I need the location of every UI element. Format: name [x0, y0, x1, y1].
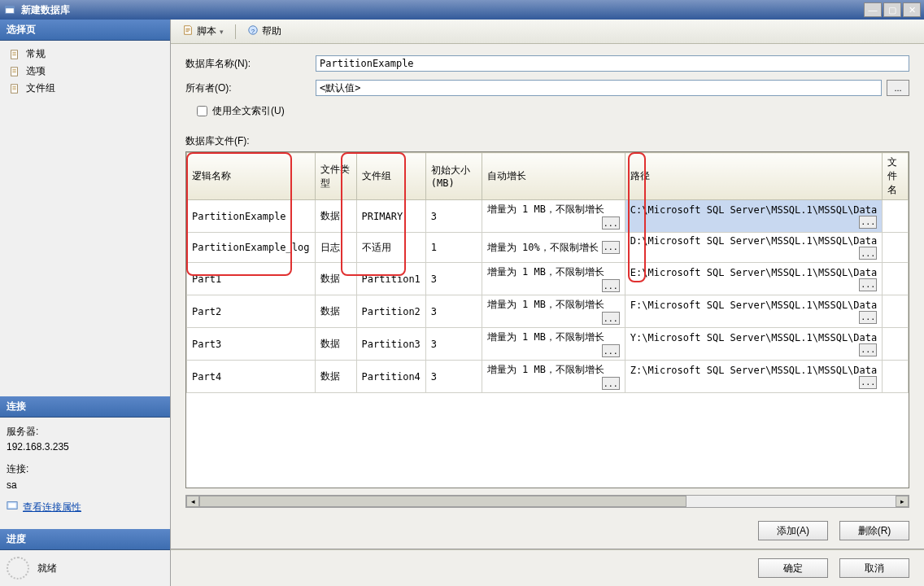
path-ellipsis-button[interactable]: ... — [859, 311, 877, 324]
page-icon — [8, 48, 21, 61]
cell-autogrow[interactable]: 增量为 1 MB，不限制增长... — [482, 328, 625, 361]
col-type[interactable]: 文件类型 — [315, 153, 356, 200]
col-size[interactable]: 初始大小(MB) — [425, 153, 482, 200]
fulltext-checkbox[interactable] — [197, 106, 207, 116]
cell-group[interactable]: Partition4 — [356, 361, 425, 393]
progress-spinner-icon — [7, 557, 29, 579]
cell-size[interactable]: 3 — [425, 328, 482, 361]
col-filename[interactable]: 文件名 — [883, 153, 909, 200]
autogrow-ellipsis-button[interactable]: ... — [602, 312, 620, 325]
cell-type[interactable]: 数据 — [315, 200, 356, 233]
cell-path[interactable]: E:\Microsoft SQL Server\MSSQL.1\MSSQL\Da… — [625, 263, 882, 295]
cell-path[interactable]: C:\Microsoft SQL Server\MSSQL.1\MSSQL\Da… — [625, 200, 882, 233]
cell-filename[interactable] — [883, 263, 909, 295]
cell-autogrow[interactable]: 增量为 1 MB，不限制增长... — [482, 263, 625, 295]
table-row[interactable]: Part4数据Partition43增量为 1 MB，不限制增长...Z:\Mi… — [187, 361, 909, 393]
dbname-input[interactable] — [316, 55, 909, 72]
table-row[interactable]: PartitionExample_log日志不适用1增量为 10%，不限制增长.… — [187, 233, 909, 263]
window-icon — [3, 3, 16, 16]
cell-group[interactable]: Partition1 — [356, 263, 425, 295]
ok-button[interactable]: 确定 — [758, 558, 828, 578]
files-grid[interactable]: 逻辑名称 文件类型 文件组 初始大小(MB) 自动增长 路径 文件名 Parti… — [186, 152, 909, 393]
cell-autogrow[interactable]: 增量为 1 MB，不限制增长... — [482, 295, 625, 328]
cell-type[interactable]: 数据 — [315, 328, 356, 361]
svg-rect-3 — [11, 67, 18, 76]
form-area: 数据库名称(N): 所有者(O): ... 使用全文索引(U) — [171, 44, 924, 134]
add-button[interactable]: 添加(A) — [758, 521, 828, 540]
cell-logical[interactable]: PartitionExample — [187, 200, 316, 233]
autogrow-ellipsis-button[interactable]: ... — [602, 216, 620, 230]
table-row[interactable]: PartitionExample数据PRIMARY3增量为 1 MB，不限制增长… — [187, 200, 909, 233]
script-button[interactable]: 脚本 ▾ — [177, 23, 229, 40]
scroll-left-icon[interactable]: ◂ — [186, 496, 199, 507]
owner-browse-button[interactable]: ... — [887, 80, 909, 96]
grid-hscrollbar[interactable]: ◂ ▸ — [185, 495, 909, 508]
help-button[interactable]: ? 帮助 — [242, 23, 286, 40]
cell-group[interactable]: Partition3 — [356, 328, 425, 361]
cell-size[interactable]: 3 — [425, 361, 482, 393]
script-label: 脚本 — [197, 24, 216, 38]
minimize-button[interactable]: — — [864, 2, 882, 17]
cell-logical[interactable]: Part3 — [187, 328, 316, 361]
scroll-right-icon[interactable]: ▸ — [896, 496, 909, 507]
path-ellipsis-button[interactable]: ... — [859, 216, 877, 229]
autogrow-ellipsis-button[interactable]: ... — [602, 241, 620, 254]
maximize-button[interactable]: ▢ — [883, 2, 901, 17]
view-connection-properties-link[interactable]: 查看连接属性 — [23, 500, 81, 515]
cell-logical[interactable]: Part2 — [187, 295, 316, 328]
autogrow-ellipsis-button[interactable]: ... — [602, 279, 620, 292]
cell-size[interactable]: 3 — [425, 200, 482, 233]
cell-autogrow[interactable]: 增量为 10%，不限制增长... — [482, 233, 625, 263]
cell-type[interactable]: 数据 — [315, 295, 356, 328]
cell-path[interactable]: Z:\Microsoft SQL Server\MSSQL.1\MSSQL\Da… — [625, 361, 882, 393]
cell-path[interactable]: F:\Microsoft SQL Server\MSSQL.1\MSSQL\Da… — [625, 295, 882, 328]
autogrow-ellipsis-button[interactable]: ... — [602, 344, 620, 357]
cell-path[interactable]: D:\Microsoft SQL Server\MSSQL.1\MSSQL\Da… — [625, 233, 882, 263]
nav-item-0[interactable]: 常规 — [3, 46, 167, 63]
owner-input[interactable] — [316, 80, 882, 96]
table-row[interactable]: Part2数据Partition23增量为 1 MB，不限制增长...F:\Mi… — [187, 295, 909, 328]
col-autogrow[interactable]: 自动增长 — [482, 153, 625, 200]
col-group[interactable]: 文件组 — [356, 153, 425, 200]
cell-group[interactable]: 不适用 — [356, 233, 425, 263]
cell-size[interactable]: 1 — [425, 233, 482, 263]
cell-type[interactable]: 数据 — [315, 263, 356, 295]
cell-autogrow[interactable]: 增量为 1 MB，不限制增长... — [482, 200, 625, 233]
cell-logical[interactable]: PartitionExample_log — [187, 233, 316, 263]
page-icon — [8, 65, 21, 78]
path-ellipsis-button[interactable]: ... — [859, 247, 877, 260]
connection-header: 连接 — [0, 396, 170, 418]
path-ellipsis-button[interactable]: ... — [859, 278, 877, 291]
cell-filename[interactable] — [883, 328, 909, 361]
cell-type[interactable]: 数据 — [315, 361, 356, 393]
cell-path[interactable]: Y:\Microsoft SQL Server\MSSQL.1\MSSQL\Da… — [625, 328, 882, 361]
conn-label: 连接: — [7, 461, 163, 477]
svg-rect-2 — [11, 50, 18, 59]
nav-item-1[interactable]: 选项 — [3, 63, 167, 80]
cell-type[interactable]: 日志 — [315, 233, 356, 263]
close-button[interactable]: ✕ — [903, 2, 921, 17]
cell-filename[interactable] — [883, 233, 909, 263]
path-ellipsis-button[interactable]: ... — [859, 376, 877, 389]
toolbar: 脚本 ▾ ? 帮助 — [171, 20, 924, 44]
cell-filename[interactable] — [883, 200, 909, 233]
autogrow-ellipsis-button[interactable]: ... — [602, 377, 620, 390]
cell-filename[interactable] — [883, 361, 909, 393]
cell-group[interactable]: Partition2 — [356, 295, 425, 328]
nav-item-2[interactable]: 文件组 — [3, 80, 167, 97]
cancel-button[interactable]: 取消 — [839, 558, 909, 578]
table-row[interactable]: Part3数据Partition33增量为 1 MB，不限制增长...Y:\Mi… — [187, 328, 909, 361]
path-ellipsis-button[interactable]: ... — [859, 343, 877, 356]
connection-icon — [7, 500, 18, 516]
cell-group[interactable]: PRIMARY — [356, 200, 425, 233]
cell-size[interactable]: 3 — [425, 295, 482, 328]
cell-filename[interactable] — [883, 295, 909, 328]
cell-logical[interactable]: Part1 — [187, 263, 316, 295]
cell-logical[interactable]: Part4 — [187, 361, 316, 393]
col-logical[interactable]: 逻辑名称 — [187, 153, 316, 200]
cell-autogrow[interactable]: 增量为 1 MB，不限制增长... — [482, 361, 625, 393]
table-row[interactable]: Part1数据Partition13增量为 1 MB，不限制增长...E:\Mi… — [187, 263, 909, 295]
remove-button[interactable]: 删除(R) — [839, 521, 909, 540]
cell-size[interactable]: 3 — [425, 263, 482, 295]
col-path[interactable]: 路径 — [625, 153, 882, 200]
